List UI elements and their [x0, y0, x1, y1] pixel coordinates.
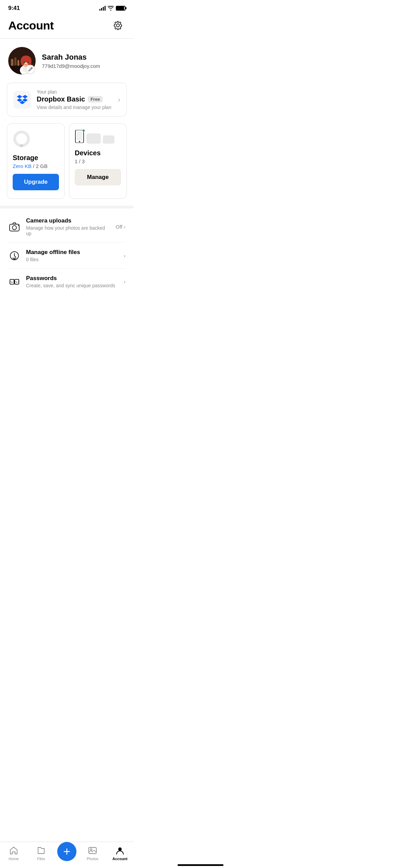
svg-text:★: ★ [11, 281, 13, 283]
your-plan-label: Your plan [37, 89, 112, 95]
svg-point-20 [12, 226, 16, 230]
devices-used: 1 [75, 158, 77, 164]
passwords-title: Passwords [26, 275, 118, 282]
dropbox-logo [13, 91, 31, 109]
page-header: Account [0, 14, 134, 38]
profile-section: Sarah Jonas 779d17d9@moodjoy.com [0, 39, 134, 81]
pencil-icon [28, 67, 33, 72]
passwords-icon: ★ ★ [8, 276, 21, 288]
svg-point-14 [15, 132, 28, 146]
avatar-container [8, 47, 36, 74]
menu-list: Camera uploads Manage how your photos ar… [0, 208, 134, 297]
camera-uploads-content: Camera uploads Manage how your photos ar… [26, 217, 110, 236]
offline-files-right: › [124, 253, 125, 258]
device-placeholder-1 [86, 133, 101, 144]
devices-sep: / [79, 158, 82, 164]
profile-email: 779d17d9@moodjoy.com [42, 63, 100, 69]
page-title: Account [8, 19, 54, 32]
camera-uploads-desc: Manage how your photos are backed up [26, 225, 110, 236]
svg-point-12 [24, 62, 25, 63]
passwords-item[interactable]: ★ ★ Passwords Create, save, and sync uni… [8, 269, 125, 294]
battery-icon [116, 6, 125, 11]
dropbox-icon [17, 95, 28, 105]
storage-title: Storage [13, 154, 59, 162]
passwords-right: › [124, 279, 125, 285]
devices-title: Devices [75, 149, 121, 157]
offline-files-content: Manage offline files 0 files [26, 249, 118, 262]
device-placeholder-2 [103, 135, 114, 144]
devices-subtitle: 1 / 3 [75, 158, 121, 164]
passwords-chevron: › [124, 279, 125, 285]
camera-uploads-item[interactable]: Camera uploads Manage how your photos ar… [8, 211, 125, 243]
profile-name: Sarah Jonas [42, 53, 100, 62]
plan-name: Dropbox Basic [37, 95, 85, 103]
passwords-content: Passwords Create, save, and sync unique … [26, 275, 118, 288]
svg-rect-5 [17, 60, 19, 66]
status-bar: 9:41 [0, 0, 134, 14]
svg-rect-3 [11, 59, 13, 66]
section-divider [0, 206, 134, 208]
storage-donut-chart [13, 130, 31, 148]
status-icons [99, 6, 125, 11]
phone-device-icon [75, 130, 84, 144]
devices-icon-area [75, 130, 121, 144]
camera-uploads-right: Off › [116, 224, 125, 230]
manage-button[interactable]: Manage [75, 169, 121, 185]
storage-used: Zero KB [13, 163, 32, 169]
plan-card[interactable]: Your plan Dropbox Basic Free View detail… [7, 83, 127, 117]
plan-name-row: Dropbox Basic Free [37, 95, 112, 103]
storage-divider: / [33, 163, 36, 169]
free-badge: Free [88, 96, 102, 103]
camera-uploads-chevron: › [124, 224, 125, 230]
active-device-dot [82, 129, 85, 132]
svg-rect-4 [14, 57, 16, 65]
storage-card: Storage Zero KB / 2 GB Upgrade [7, 123, 65, 199]
settings-button[interactable] [110, 18, 125, 33]
gear-icon [113, 21, 123, 30]
storage-subtitle: Zero KB / 2 GB [13, 163, 59, 169]
plan-chevron-icon: › [118, 96, 120, 104]
camera-uploads-title: Camera uploads [26, 217, 110, 224]
upgrade-button[interactable]: Upgrade [13, 174, 59, 190]
camera-icon [8, 221, 21, 233]
devices-icons [75, 130, 121, 144]
plan-description: View details and manage your plan [37, 105, 112, 110]
offline-files-icon [8, 250, 21, 262]
plan-info: Your plan Dropbox Basic Free View detail… [37, 89, 112, 110]
devices-total: 3 [82, 158, 85, 164]
offline-files-desc: 0 files [26, 257, 118, 262]
svg-text:★: ★ [16, 281, 17, 283]
profile-info: Sarah Jonas 779d17d9@moodjoy.com [42, 53, 100, 69]
edit-avatar-button[interactable] [26, 65, 35, 74]
signal-icon [99, 6, 106, 11]
passwords-desc: Create, save, and sync unique passwords [26, 283, 118, 288]
camera-uploads-status: Off [116, 224, 122, 230]
svg-point-13 [27, 62, 28, 63]
svg-point-18 [79, 141, 80, 142]
cards-row: Storage Zero KB / 2 GB Upgrade [0, 123, 134, 206]
storage-icon-area [13, 130, 59, 149]
svg-point-10 [21, 57, 25, 65]
offline-files-chevron: › [124, 253, 125, 258]
offline-files-item[interactable]: Manage offline files 0 files › [8, 243, 125, 269]
offline-files-title: Manage offline files [26, 249, 118, 256]
devices-card: Devices 1 / 3 Manage [69, 123, 127, 199]
svg-rect-17 [77, 131, 82, 140]
status-time: 9:41 [8, 5, 20, 12]
storage-total: 2 GB [36, 163, 48, 169]
svg-point-11 [27, 57, 32, 65]
wifi-icon [108, 6, 114, 11]
